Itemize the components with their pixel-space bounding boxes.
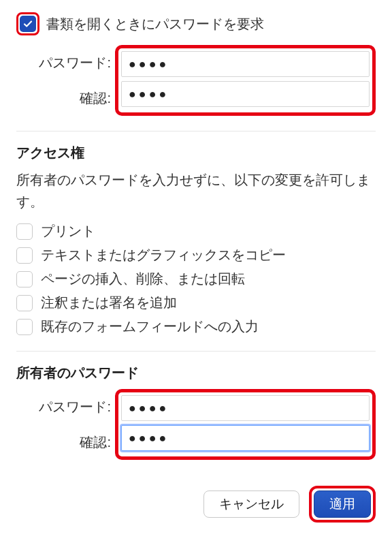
divider [16,351,376,352]
highlight-require-password [16,12,39,35]
owner-password-confirm-input[interactable]: ●●●● [121,425,370,451]
perm-print-label: プリント [41,222,95,240]
open-password-value: ●●●● [129,57,169,72]
apply-button[interactable]: 適用 [314,490,371,518]
perm-pages-label: ページの挿入、削除、または回転 [41,270,245,288]
highlight-open-password-fields: ●●●● ●●●● [115,45,376,116]
permissions-description: 所有者のパスワードを入力せずに、以下の変更を許可します。 [16,169,376,213]
owner-password-value: ●●●● [129,401,169,416]
owner-password-title: 所有者のパスワード [16,364,376,382]
perm-annot-checkbox[interactable] [16,295,33,311]
require-password-label: 書類を開くときにパスワードを要求 [46,15,264,33]
owner-password-label: パスワード: [16,389,115,424]
perm-pages-checkbox[interactable] [16,271,33,287]
highlight-owner-password-fields: ●●●● ●●●● [115,389,376,460]
password-label: パスワード: [16,45,115,80]
divider [16,131,376,131]
owner-password-confirm-value: ●●●● [129,431,169,446]
check-icon [22,18,33,29]
perm-annot-label: 注釈または署名を追加 [41,294,177,312]
open-password-confirm-input[interactable]: ●●●● [121,81,370,107]
owner-password-input[interactable]: ●●●● [121,395,370,421]
perm-copy-checkbox[interactable] [16,247,33,264]
perm-copy-label: テキストまたはグラフィックスをコピー [41,246,286,264]
require-password-checkbox[interactable] [20,16,36,32]
highlight-apply-button: 適用 [309,486,376,523]
perm-print-checkbox[interactable] [16,223,33,240]
perm-form-checkbox[interactable] [16,319,33,335]
open-password-confirm-value: ●●●● [129,87,169,102]
confirm-label: 確認: [16,80,115,116]
owner-confirm-label: 確認: [16,424,115,460]
perm-form-label: 既存のフォームフィールドへの入力 [41,317,259,336]
cancel-button[interactable]: キャンセル [203,490,299,518]
open-password-input[interactable]: ●●●● [121,51,370,77]
permissions-title: アクセス権 [16,144,376,162]
